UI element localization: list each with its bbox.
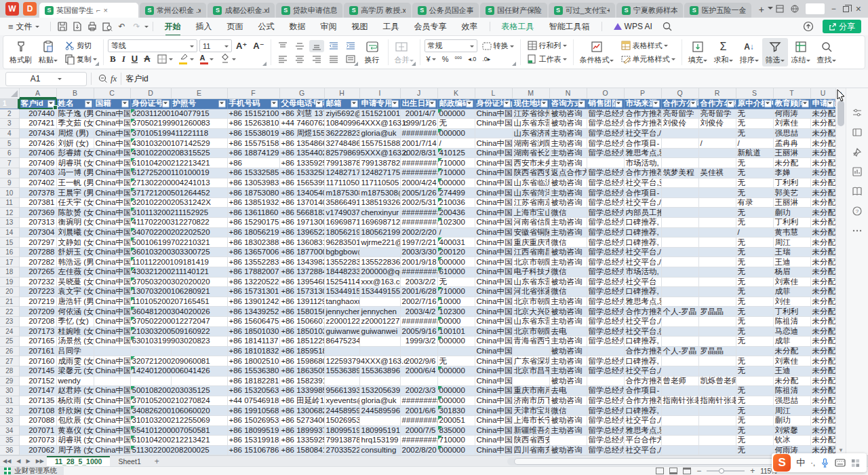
- cell-B13[interactable]: 衡琬明 (女: [56, 218, 94, 228]
- cell-K11[interactable]: 210036: [437, 197, 475, 208]
- cell-Q21[interactable]: [661, 297, 698, 307]
- cell-I25[interactable]: [359, 337, 400, 347]
- cell-H2[interactable]: ziyi5692@q: [324, 109, 359, 119]
- cell-M6[interactable]: 湖南省长沙: [512, 148, 549, 158]
- cell-F33[interactable]: +86 15026953: [227, 415, 279, 425]
- cell-Q15[interactable]: [661, 238, 698, 248]
- cell-O35[interactable]: 留学总经办: [587, 436, 624, 446]
- cell-U8[interactable]: 未分配: [810, 168, 835, 178]
- cell-A33[interactable]: 207088: [19, 415, 56, 425]
- cell-U12[interactable]: 未分配: [810, 208, 835, 218]
- cell-J28[interactable]: 2000/6/4: [400, 366, 437, 376]
- cell-R3[interactable]: 刘俊伶: [698, 119, 736, 129]
- cell-M23[interactable]: 山东省东营: [512, 316, 549, 326]
- cell-F29[interactable]: +86 18182281: [227, 376, 279, 386]
- cell-O16[interactable]: 留学总经办: [587, 247, 624, 257]
- cell-Q24[interactable]: [661, 326, 698, 337]
- filter-dropdown-O[interactable]: [615, 100, 623, 107]
- filter-dropdown-G[interactable]: [315, 100, 323, 107]
- cell-D15[interactable]: 500106199702210321: [130, 238, 227, 248]
- cell-F7[interactable]: +86: [227, 158, 279, 168]
- cell-G14[interactable]: +86 13965221008: [279, 227, 324, 238]
- cell-H13[interactable]: 169698712: [324, 218, 359, 228]
- cell-G8[interactable]: +86 15332585003: [279, 168, 324, 178]
- cell-F27[interactable]: +86 18002510: [227, 356, 279, 366]
- sheet-tab-11_28_5_1000[interactable]: 11_28_5_1000: [47, 456, 111, 467]
- cell-S30[interactable]: 无: [736, 386, 773, 396]
- cell-M13[interactable]: 河南省信阳: [512, 218, 549, 228]
- cell-N17[interactable]: 主动咨询: [549, 257, 587, 267]
- cell-B17[interactable]: 韩浩远 (男: [56, 257, 94, 267]
- cell-N24[interactable]: 去电: [549, 326, 587, 337]
- header-cell-S1[interactable]: 原中介机构: [736, 98, 773, 109]
- cell-C18[interactable]: China中国: [94, 267, 130, 278]
- cell-B23[interactable]: 季忆 (女): [56, 316, 94, 326]
- cell-O10[interactable]: 留学总经办: [587, 188, 624, 198]
- header-cell-O1[interactable]: 销售团队: [587, 98, 624, 109]
- cell-H23[interactable]: z20001227: [324, 316, 359, 326]
- sort-button[interactable]: A↓ 排序: [736, 38, 762, 66]
- cell-N16[interactable]: 被动咨询: [549, 247, 587, 257]
- cell-I4[interactable]: gloria@uk: [359, 128, 400, 138]
- cell-G18[interactable]: +86 13728846803: [279, 267, 324, 278]
- cell-D29[interactable]: [130, 376, 171, 386]
- cell-O14[interactable]: 留学总经办: [587, 227, 624, 238]
- cell-R32[interactable]: [698, 406, 736, 416]
- cell-M21[interactable]: 北京市朝阳: [512, 297, 549, 307]
- bold-button[interactable]: B: [108, 53, 118, 65]
- cell-U13[interactable]: 未分配: [810, 218, 835, 228]
- cell-I15[interactable]: wjrme221@: [359, 238, 400, 248]
- cell-C12[interactable]: China中国: [94, 208, 130, 218]
- menu-tab-数据[interactable]: 数据: [282, 18, 313, 35]
- row-7-header[interactable]: 7: [0, 158, 19, 168]
- cell-A7[interactable]: 207409: [19, 158, 56, 168]
- row-4-header[interactable]: 4: [0, 128, 19, 138]
- cell-L20[interactable]: China中国: [475, 287, 512, 297]
- col-G-header[interactable]: G: [279, 88, 324, 98]
- cell-A13[interactable]: 207313: [19, 218, 56, 228]
- cell-O26[interactable]: [587, 346, 624, 356]
- cell-S23[interactable]: 无: [736, 316, 773, 326]
- cell-S8[interactable]: 无: [736, 168, 773, 178]
- col-B-header[interactable]: B: [56, 88, 94, 98]
- cell-D8[interactable]: 612725200110100019: [130, 168, 227, 178]
- cell-S4[interactable]: 无: [736, 128, 773, 138]
- cell-I5[interactable]: 155751588: [359, 138, 400, 149]
- header-cell-M1[interactable]: 现住地址: [512, 98, 549, 109]
- cell-G28[interactable]: +86 1863505000: [279, 366, 324, 376]
- cell-B18[interactable]: 左佳薇 (女: [56, 267, 94, 278]
- cell-G25[interactable]: +86 1851229020: [279, 337, 324, 347]
- cell-K32[interactable]: 301830: [437, 406, 475, 416]
- increase-font-button[interactable]: A⁺: [234, 40, 249, 52]
- cell-N26[interactable]: 被动咨询: [549, 346, 587, 356]
- cell-R2[interactable]: 亮哥留学: [698, 109, 736, 119]
- cell-Q25[interactable]: [661, 337, 698, 347]
- cell-S24[interactable]: 无: [736, 326, 773, 337]
- font-name-select[interactable]: 等线: [108, 39, 197, 52]
- cell-T15[interactable]: 周江: [773, 238, 810, 248]
- cell-L13[interactable]: China中国: [475, 218, 512, 228]
- cell-T17[interactable]: 王迪: [773, 257, 810, 267]
- cell-T32[interactable]: 周江: [773, 406, 810, 416]
- col-E-header[interactable]: E: [171, 88, 227, 98]
- cell-P13[interactable]: 口碑推荐,: [624, 218, 661, 228]
- cell-S28[interactable]: 无: [736, 366, 773, 376]
- share-button[interactable]: 分享: [823, 20, 861, 33]
- cell-L19[interactable]: China中国: [475, 277, 512, 287]
- cell-J10[interactable]: 2005/1/26: [400, 188, 437, 198]
- cell-D5[interactable]: 430103200107142529: [130, 138, 227, 149]
- cell-N8[interactable]: 返点合作方: [549, 168, 587, 178]
- cell-H33[interactable]: 150269534: [324, 415, 359, 425]
- cell-G22[interactable]: +86 1580156591: [279, 307, 324, 317]
- cell-S29[interactable]: [736, 376, 773, 386]
- cell-R21[interactable]: [698, 297, 736, 307]
- cell-K17[interactable]: 000000: [437, 257, 475, 267]
- header-cell-C1[interactable]: 国籍: [94, 98, 130, 109]
- cell-P2[interactable]: 合作方推荐: [624, 109, 661, 119]
- cell-P11[interactable]: 社交平台,/: [624, 197, 661, 208]
- cell-D6[interactable]: 430102200208315525: [130, 148, 227, 158]
- cell-G27[interactable]: +86 1598680231: [279, 356, 324, 366]
- cell-P10[interactable]: 合作项目-: [624, 188, 661, 198]
- cell-G31[interactable]: +86 田延岭13954: [279, 396, 324, 406]
- align-bottom-button[interactable]: [309, 40, 324, 52]
